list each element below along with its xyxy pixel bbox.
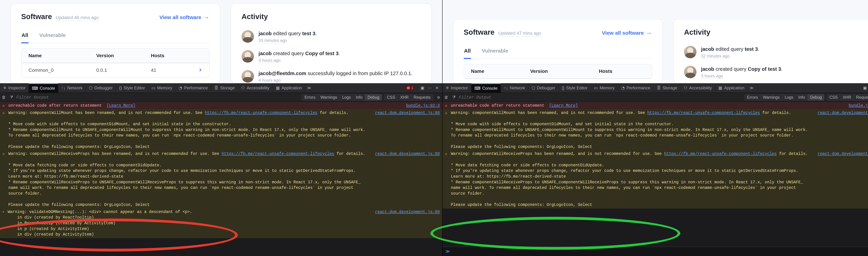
activity-text: jacob@fleetdm.com successfully logged in… (258, 70, 412, 77)
log-warning[interactable]: ⚠ Warning: componentWillReceiveProps has… (0, 150, 442, 209)
devtools-style-editor-tab[interactable]: {}Style Editor (558, 83, 591, 93)
pill-info[interactable]: Info (353, 94, 365, 101)
devtools-inspector-tab[interactable]: ⁜Inspector (0, 83, 29, 93)
warn-icon: ⚠ (445, 103, 449, 108)
pill-info[interactable]: Info (796, 94, 808, 101)
dock-icon[interactable]: ▣ (862, 85, 868, 91)
pill-requests[interactable]: Requests (854, 94, 868, 101)
devtools-console-tab[interactable]: ⌨Console (471, 83, 501, 93)
devtools-style-editor-tab[interactable]: {}Style Editor (116, 83, 148, 93)
funnel-icon[interactable]: ⧩ (8, 95, 15, 100)
tab-vulnerable[interactable]: Vulnerable (482, 43, 508, 59)
col-name[interactable]: Name (22, 49, 89, 63)
pill-debug[interactable]: Debug (808, 94, 825, 101)
memory-icon: ▭ (151, 86, 155, 90)
overflow-icon[interactable]: ≫ (748, 86, 755, 90)
tab-vulnerable[interactable]: Vulnerable (39, 27, 66, 43)
devtools-storage-tab[interactable]: 🗄Storage (211, 83, 238, 93)
devtools-performance-tab[interactable]: ◔Performance (618, 83, 654, 93)
debugger-icon: ⬠ (89, 86, 93, 90)
trash-icon[interactable]: 🗑 (0, 95, 8, 100)
log-warning[interactable]: ⚠ Warning: componentWillReceiveProps has… (442, 150, 868, 209)
activity-item[interactable]: jacob@fleetdm.com successfully logged in… (242, 67, 421, 83)
log-warning[interactable]: ⚠ Warning: componentWillMount has been r… (0, 109, 442, 151)
activity-item[interactable]: jacob edited query test 3. 33 minutes ag… (242, 27, 421, 47)
log-error[interactable]: ⚠ unreachable code after return statemen… (442, 102, 868, 109)
chevron-right-icon[interactable] (191, 63, 209, 77)
col-hosts[interactable]: Hosts (144, 49, 191, 63)
learn-more-link[interactable]: [Learn More] (106, 103, 135, 108)
pill-debug[interactable]: Debug (365, 94, 382, 101)
pill-errors[interactable]: Errors (744, 94, 761, 101)
tab-all[interactable]: All (464, 43, 471, 59)
view-all-software-link[interactable]: View all software → (602, 30, 652, 36)
table-row[interactable]: Common_0 0.0.1 41 (22, 63, 209, 77)
pill-css[interactable]: CSS (827, 94, 840, 101)
pill-errors[interactable]: Errors (302, 94, 318, 101)
devtools-accessibility-tab[interactable]: ⚇Accessibility (681, 83, 715, 93)
source-link[interactable]: bundle.js:92:3 (403, 103, 440, 108)
devtools-application-tab[interactable]: ▦Application (273, 83, 305, 93)
software-tabs: All Vulnerable (21, 27, 210, 43)
log-area[interactable]: ⚠ unreachable code after return statemen… (0, 102, 442, 256)
error-count-badge[interactable]: 1 (404, 85, 416, 91)
close-icon[interactable]: ✕ (434, 85, 440, 91)
pill-logs[interactable]: Logs (782, 94, 796, 101)
devtools-memory-tab[interactable]: ▭Memory (148, 83, 176, 93)
more-icon[interactable]: ⋯ (427, 85, 433, 91)
devtools-application-tab[interactable]: ▦Application (715, 83, 748, 93)
log-area[interactable]: ⚠ unreachable code after return statemen… (442, 102, 868, 247)
activity-card: Activity jacob edited query test 3. 32 m… (673, 19, 868, 83)
activity-item[interactable]: jacob created query Copy of test 3. 3 ho… (684, 62, 864, 82)
log-error[interactable]: ⚠ unreachable code after return statemen… (0, 102, 442, 109)
console-input[interactable] (453, 249, 868, 254)
avatar (242, 70, 254, 83)
pill-xhr[interactable]: XHR (840, 94, 854, 101)
col-version[interactable]: Version (89, 49, 144, 63)
pill-css[interactable]: CSS (384, 94, 398, 101)
devtools-storage-tab[interactable]: 🗄Storage (654, 83, 681, 93)
gear-icon[interactable]: ⚙ (435, 95, 442, 100)
activity-time: 33 minutes ago (258, 38, 287, 43)
col-hosts[interactable]: Hosts (592, 64, 652, 78)
disclosure-triangle-icon[interactable]: ▸ (2, 209, 5, 215)
pill-warnings[interactable]: Warnings (318, 94, 340, 101)
devtools-network-tab[interactable]: ↑↓Network (58, 83, 86, 93)
source-link[interactable]: react-dom.development.js:88 (372, 110, 440, 116)
trash-icon[interactable]: 🗑 (442, 95, 450, 100)
col-name[interactable]: Name (464, 64, 523, 78)
filter-input[interactable] (15, 95, 302, 100)
devtools-performance-tab[interactable]: ◔Performance (176, 83, 211, 93)
devtools-inspector-tab[interactable]: ⁜Inspector (442, 83, 471, 93)
log-warning[interactable]: ▸ Warning: validateDOMNesting(...): <div… (0, 209, 442, 238)
learn-more-link[interactable]: [Learn More] (549, 103, 578, 108)
a11y-icon: ⚇ (684, 86, 687, 90)
source-link[interactable]: react-dom.development.js:88 (372, 209, 440, 215)
view-all-software-link[interactable]: View all software → (159, 14, 210, 21)
pill-xhr[interactable]: XHR (398, 94, 411, 101)
pill-logs[interactable]: Logs (340, 94, 353, 101)
devtools-accessibility-tab[interactable]: ⚇Accessibility (238, 83, 273, 93)
devtools-debugger-tab[interactable]: ⬠Debugger (86, 83, 116, 93)
log-warning[interactable]: ⚠ Warning: componentWillMount has been r… (442, 109, 868, 151)
filter-input[interactable] (458, 95, 744, 100)
devtools-network-tab[interactable]: ↑↓Network (501, 83, 528, 93)
dock-icon[interactable]: ▣ (419, 85, 426, 91)
source-link[interactable]: react-dom.development.js:88 (814, 110, 868, 116)
devtools-debugger-tab[interactable]: ⬠Debugger (528, 83, 558, 93)
col-version[interactable]: Version (523, 64, 592, 78)
console-prompt[interactable]: ≫ (442, 247, 868, 256)
overflow-icon[interactable]: ≫ (305, 86, 313, 90)
pill-requests[interactable]: Requests (411, 94, 433, 101)
activity-item[interactable]: jacob edited query test 3. 32 minutes ag… (684, 42, 864, 62)
activity-item[interactable]: jacob created query Copy of test 3. 3 ho… (242, 47, 421, 67)
devtools-memory-tab[interactable]: ▭Memory (591, 83, 618, 93)
source-link[interactable]: bundle.js:92:3 (845, 103, 868, 108)
devtools-console-tab[interactable]: ⌨Console (29, 83, 58, 93)
tab-all[interactable]: All (21, 27, 28, 43)
funnel-icon[interactable]: ⧩ (450, 95, 458, 100)
view-all-label: View all software (602, 30, 644, 36)
pill-warnings[interactable]: Warnings (761, 94, 782, 101)
source-link[interactable]: react-dom.development.js:88 (372, 151, 440, 157)
source-link[interactable]: react-dom.development.js:88 (814, 151, 868, 157)
